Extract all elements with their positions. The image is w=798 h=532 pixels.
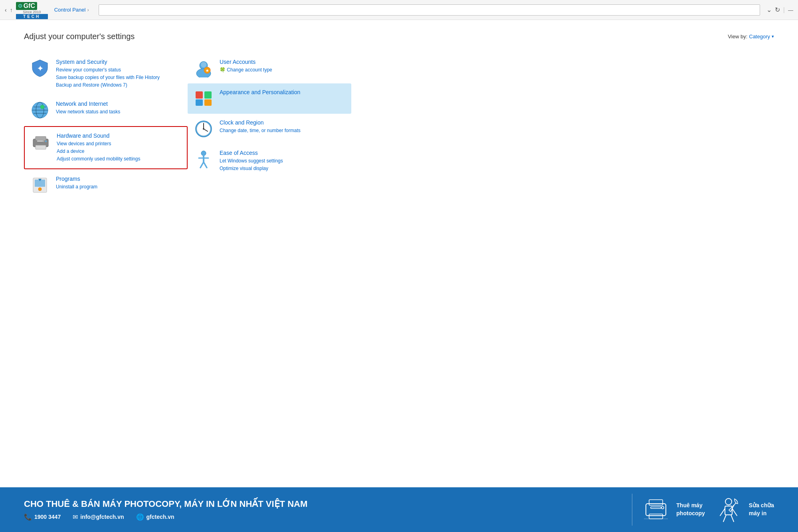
category-system-security[interactable]: ✦ System and Security Review your comput… [24, 53, 188, 95]
svg-point-30 [203, 128, 204, 130]
svg-point-11 [45, 140, 47, 142]
svg-rect-24 [196, 99, 203, 106]
programs-title[interactable]: Programs [56, 176, 181, 182]
logo: ⊙ GfC Since 2010 TECH [16, 2, 48, 18]
repair-service-label: Sửa chữamáy in [749, 502, 774, 517]
right-column: ★ User Accounts 🍀 Change account type [188, 53, 351, 200]
category-clock-region[interactable]: Clock and Region Change date, time, or n… [188, 114, 351, 144]
svg-rect-34 [649, 514, 663, 519]
svg-point-36 [661, 506, 664, 509]
clock-region-title[interactable]: Clock and Region [220, 119, 345, 126]
svg-text:✦: ✦ [37, 65, 43, 73]
network-internet-icon [30, 101, 50, 120]
svg-rect-23 [204, 91, 212, 99]
programs-text: Programs Uninstall a program [56, 176, 181, 191]
hardware-sound-link-1[interactable]: View devices and printers [57, 140, 180, 148]
window-minimize[interactable]: — [788, 6, 793, 14]
clock-region-icon [194, 119, 213, 138]
svg-rect-25 [204, 99, 212, 106]
breadcrumb: Control Panel › [54, 7, 89, 13]
system-security-text: System and Security Review your computer… [56, 59, 181, 89]
ease-access-title[interactable]: Ease of Access [220, 150, 345, 156]
svg-rect-9 [36, 145, 46, 149]
ease-access-icon [194, 150, 213, 169]
nav-back-arrow[interactable]: ‹ [5, 7, 7, 13]
ease-access-text: Ease of Access Let Windows suggest setti… [220, 150, 345, 172]
footer-contacts: 📞 1900 3447 ✉ info@gfctech.vn 🌐 gfctech.… [24, 513, 622, 521]
appearance-personalization-icon [194, 89, 213, 108]
svg-point-19 [201, 62, 206, 67]
svg-line-43 [731, 515, 734, 522]
svg-point-15 [38, 188, 42, 191]
view-by[interactable]: View by: Category ▾ [728, 34, 774, 40]
view-by-value[interactable]: Category [749, 34, 770, 40]
footer-service-photocopy: Thuê máyphotocopy [642, 496, 705, 524]
svg-line-42 [723, 515, 726, 522]
email-icon: ✉ [73, 513, 78, 521]
footer-service-repair: Sửa chữamáy in [715, 496, 774, 524]
ease-access-link-2[interactable]: Optimize visual display [220, 165, 345, 172]
footer-email[interactable]: ✉ info@gfctech.vn [73, 513, 124, 521]
search-separator: | [783, 6, 785, 14]
browser-bar: ‹ ↑ ⊙ GfC Since 2010 TECH Control Panel … [0, 0, 798, 20]
breadcrumb-text[interactable]: Control Panel [54, 7, 86, 13]
category-user-accounts[interactable]: ★ User Accounts 🍀 Change account type [188, 53, 351, 83]
breadcrumb-sep: › [87, 7, 89, 13]
footer-main-content: CHO THUÊ & BÁN MÁY PHOTOCOPY, MÁY IN LỚN… [24, 498, 622, 521]
user-accounts-title[interactable]: User Accounts [220, 59, 345, 65]
footer-main-text: CHO THUÊ & BÁN MÁY PHOTOCOPY, MÁY IN LỚN… [24, 498, 622, 510]
category-appearance-personalization[interactable]: Appearance and Personalization [188, 83, 351, 114]
logo-tech: TECH [16, 14, 48, 19]
appearance-personalization-title[interactable]: Appearance and Personalization [220, 89, 345, 95]
page-title: Adjust your computer's settings [24, 32, 135, 41]
system-security-link-2[interactable]: Save backup copies of your files with Fi… [56, 74, 181, 81]
category-network-internet[interactable]: Network and Internet View network status… [24, 95, 188, 125]
system-security-link-1[interactable]: Review your computer's status [56, 66, 181, 74]
svg-rect-35 [651, 507, 661, 508]
svg-point-6 [40, 105, 44, 109]
categories-grid: ✦ System and Security Review your comput… [24, 53, 351, 200]
system-security-title[interactable]: System and Security [56, 59, 181, 65]
svg-point-38 [725, 498, 732, 505]
programs-icon [30, 176, 50, 195]
browser-controls: ⌄ ↻ | [766, 6, 785, 14]
view-by-arrow[interactable]: ▾ [772, 34, 774, 39]
user-accounts-text: User Accounts 🍀 Change account type [220, 59, 345, 74]
left-column: ✦ System and Security Review your comput… [24, 53, 188, 200]
page-header: Adjust your computer's settings View by:… [24, 32, 774, 41]
refresh-btn[interactable]: ↻ [775, 6, 780, 14]
address-bar[interactable] [99, 4, 760, 16]
phone-number: 1900 3447 [34, 514, 61, 520]
network-internet-title[interactable]: Network and Internet [56, 101, 181, 107]
main-content: Adjust your computer's settings View by:… [0, 20, 798, 331]
clock-region-link-1[interactable]: Change date, time, or number formats [220, 127, 345, 134]
user-accounts-link-1[interactable]: 🍀 Change account type [220, 66, 345, 74]
category-ease-access[interactable]: Ease of Access Let Windows suggest setti… [188, 144, 351, 178]
category-hardware-sound[interactable]: Hardware and Sound View devices and prin… [24, 126, 188, 170]
web-icon: 🌐 [136, 513, 144, 521]
footer: CHO THUÊ & BÁN MÁY PHOTOCOPY, MÁY IN LỚN… [0, 487, 798, 532]
repair-service-icon [715, 496, 743, 524]
programs-link-1[interactable]: Uninstall a program [56, 183, 181, 191]
network-internet-link-1[interactable]: View network status and tasks [56, 108, 181, 116]
nav-up-arrow[interactable]: ↑ [10, 7, 13, 13]
system-security-link-3[interactable]: Backup and Restore (Windows 7) [56, 81, 181, 89]
system-security-icon: ✦ [30, 59, 50, 78]
email-address: info@gfctech.vn [80, 514, 124, 520]
svg-rect-8 [36, 136, 46, 140]
logo-gfc: GfC [24, 2, 35, 10]
category-programs[interactable]: Programs Uninstall a program [24, 170, 188, 200]
ease-access-link-1[interactable]: Let Windows suggest settings [220, 157, 345, 165]
hardware-sound-link-3[interactable]: Adjust commonly used mobility settings [57, 155, 180, 163]
hardware-sound-link-2[interactable]: Add a device [57, 148, 180, 155]
photocopy-service-icon [642, 496, 670, 524]
footer-phone[interactable]: 📞 1900 3447 [24, 513, 61, 521]
svg-line-40 [720, 508, 725, 516]
footer-divider [632, 494, 632, 526]
svg-line-41 [732, 508, 737, 516]
logo-since: Since 2010 [16, 10, 48, 14]
hardware-sound-title[interactable]: Hardware and Sound [57, 133, 180, 139]
svg-text:★: ★ [206, 69, 209, 73]
dropdown-btn[interactable]: ⌄ [766, 6, 772, 14]
footer-website[interactable]: 🌐 gfctech.vn [136, 513, 174, 521]
